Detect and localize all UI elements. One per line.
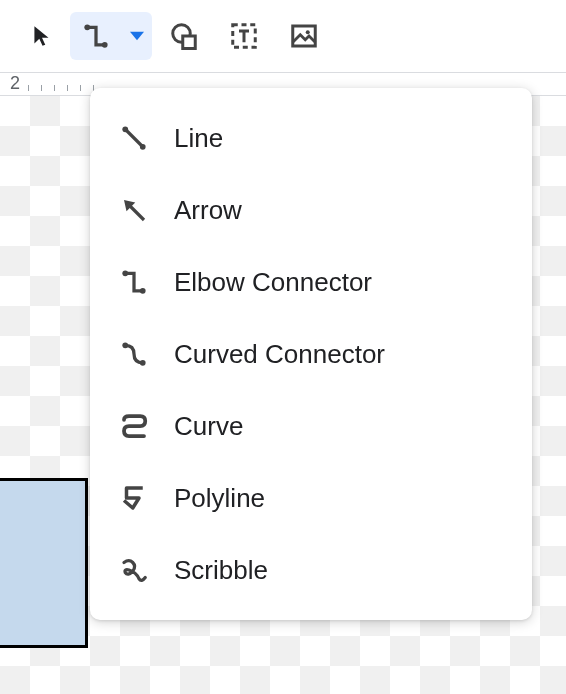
curved-connector-icon <box>118 338 150 370</box>
elbow-connector-icon <box>81 21 111 51</box>
menu-item-curve[interactable]: Curve <box>90 390 532 462</box>
menu-item-label: Arrow <box>174 195 242 226</box>
curve-icon <box>118 410 150 442</box>
menu-item-polyline[interactable]: Polyline <box>90 462 532 534</box>
line-tool-dropdown-button[interactable] <box>122 12 152 60</box>
image-icon <box>289 21 319 51</box>
menu-item-label: Elbow Connector <box>174 267 372 298</box>
menu-item-elbow-connector[interactable]: Elbow Connector <box>90 246 532 318</box>
svg-point-6 <box>306 30 310 34</box>
line-tool-button[interactable] <box>70 12 122 60</box>
menu-item-label: Polyline <box>174 483 265 514</box>
line-tool-dropdown-menu: Line Arrow Elbow Connector <box>90 88 532 620</box>
menu-item-scribble[interactable]: Scribble <box>90 534 532 606</box>
menu-item-label: Line <box>174 123 223 154</box>
shape-tool-button[interactable] <box>156 12 212 60</box>
textbox-tool-button[interactable] <box>216 12 272 60</box>
svg-rect-3 <box>183 36 196 49</box>
scribble-icon <box>118 554 150 586</box>
select-tool-button[interactable] <box>18 12 66 60</box>
chevron-down-icon <box>130 29 144 43</box>
svg-rect-5 <box>293 26 316 46</box>
ruler-label: 2 <box>10 73 20 94</box>
svg-point-14 <box>140 360 146 366</box>
line-icon <box>118 122 150 154</box>
arrow-icon <box>118 194 150 226</box>
elbow-connector-icon <box>118 266 150 298</box>
canvas-shape-rectangle[interactable] <box>0 478 88 648</box>
menu-item-label: Curve <box>174 411 243 442</box>
svg-point-1 <box>102 42 108 48</box>
textbox-icon <box>229 21 259 51</box>
shape-icon <box>169 21 199 51</box>
svg-line-7 <box>125 129 143 147</box>
image-tool-button[interactable] <box>276 12 332 60</box>
svg-point-12 <box>140 288 146 294</box>
menu-item-label: Curved Connector <box>174 339 385 370</box>
line-tool-group <box>70 12 152 60</box>
menu-item-label: Scribble <box>174 555 268 586</box>
svg-point-8 <box>122 126 128 132</box>
menu-item-curved-connector[interactable]: Curved Connector <box>90 318 532 390</box>
menu-item-arrow[interactable]: Arrow <box>90 174 532 246</box>
toolbar <box>0 0 566 72</box>
menu-item-line[interactable]: Line <box>90 102 532 174</box>
cursor-icon <box>29 23 55 49</box>
polyline-icon <box>118 482 150 514</box>
svg-point-9 <box>140 144 146 150</box>
